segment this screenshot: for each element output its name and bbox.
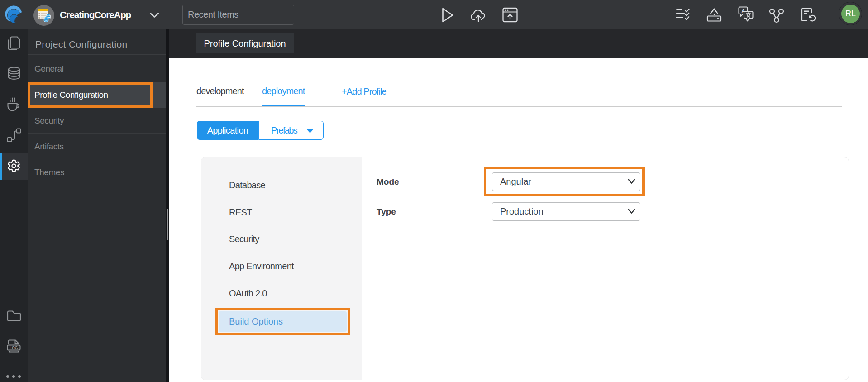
svg-text:LOG: LOG: [10, 345, 18, 350]
